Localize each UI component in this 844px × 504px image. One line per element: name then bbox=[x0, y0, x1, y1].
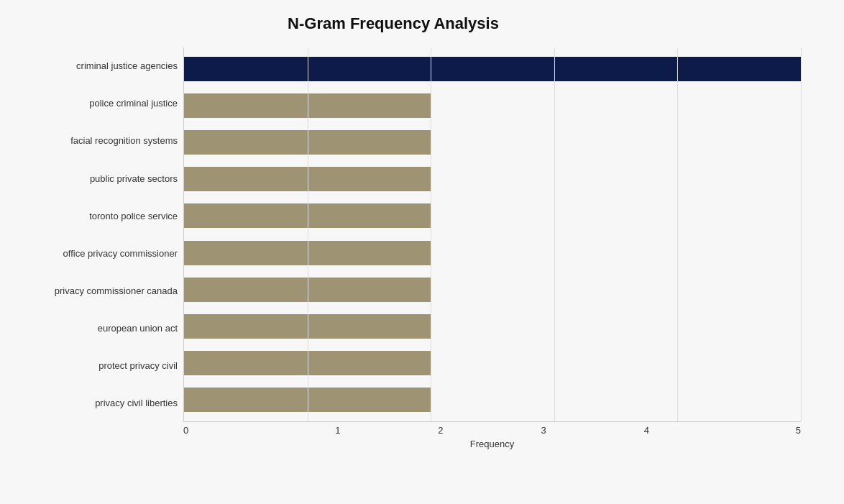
x-tick-label: 0 bbox=[183, 425, 286, 436]
bar bbox=[184, 388, 431, 412]
bar-row bbox=[184, 308, 801, 344]
bar-row bbox=[184, 345, 801, 381]
y-label: police criminal justice bbox=[14, 85, 178, 122]
y-label: privacy civil liberties bbox=[14, 385, 178, 422]
x-tick-label: 5 bbox=[698, 425, 801, 436]
bar-row bbox=[184, 124, 801, 160]
bar bbox=[184, 57, 801, 81]
bar-row bbox=[184, 161, 801, 197]
y-label: office privacy commissioner bbox=[14, 234, 178, 272]
bar-row bbox=[184, 198, 801, 234]
y-label: criminal justice agencies bbox=[14, 47, 178, 85]
bar-rows bbox=[184, 47, 801, 421]
y-label: privacy commissioner canada bbox=[14, 272, 178, 310]
bar bbox=[184, 130, 431, 155]
bar bbox=[184, 167, 431, 191]
y-label: protect privacy civil bbox=[14, 347, 178, 385]
y-label: toronto police service bbox=[14, 197, 178, 234]
chart-title: N-Gram Frequency Analysis bbox=[14, 14, 801, 33]
x-tick-label: 1 bbox=[286, 425, 389, 436]
bar bbox=[184, 314, 431, 339]
x-axis-title: Frequency bbox=[14, 439, 801, 449]
grid-line bbox=[801, 47, 802, 421]
x-tick-label: 4 bbox=[595, 425, 698, 436]
chart-container: N-Gram Frequency Analysis criminal justi… bbox=[0, 0, 844, 504]
bar bbox=[184, 278, 431, 302]
y-label: facial recognition systems bbox=[14, 122, 178, 160]
bar bbox=[184, 203, 431, 228]
bar-row bbox=[184, 88, 801, 124]
x-tick-label: 2 bbox=[389, 425, 492, 436]
chart-area: criminal justice agenciespolice criminal… bbox=[14, 47, 801, 422]
bar bbox=[184, 351, 431, 375]
bar-row bbox=[184, 272, 801, 308]
bar bbox=[184, 241, 431, 265]
bar-row bbox=[184, 51, 801, 87]
x-labels-row: 012345 bbox=[14, 425, 801, 436]
bars-section: criminal justice agenciespolice criminal… bbox=[14, 47, 801, 422]
y-label: european union act bbox=[14, 310, 178, 347]
y-labels: criminal justice agenciespolice criminal… bbox=[14, 47, 183, 422]
y-label: public private sectors bbox=[14, 160, 178, 197]
bar-row bbox=[184, 235, 801, 271]
x-tick-label: 3 bbox=[492, 425, 595, 436]
bar-row bbox=[184, 382, 801, 418]
bars-area bbox=[183, 47, 801, 422]
bar bbox=[184, 93, 431, 118]
